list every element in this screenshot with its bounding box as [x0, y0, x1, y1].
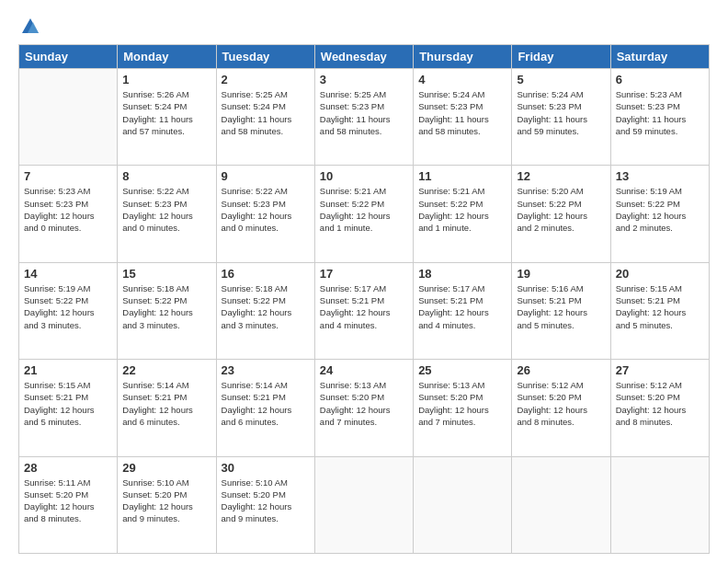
weekday-header-cell: Wednesday	[314, 45, 413, 69]
calendar-day-cell: 11 Sunrise: 5:21 AMSunset: 5:22 PMDaylig…	[414, 166, 512, 262]
day-info: Sunrise: 5:10 AMSunset: 5:20 PMDaylight:…	[122, 477, 193, 524]
calendar-day-cell	[314, 456, 413, 553]
day-number: 11	[418, 169, 506, 183]
day-info: Sunrise: 5:15 AMSunset: 5:21 PMDaylight:…	[616, 283, 687, 330]
weekday-header-cell: Thursday	[414, 45, 512, 69]
calendar-day-cell: 14 Sunrise: 5:19 AMSunset: 5:22 PMDaylig…	[19, 262, 118, 359]
day-number: 20	[616, 267, 704, 281]
day-number: 27	[616, 363, 704, 377]
calendar-day-cell: 27 Sunrise: 5:12 AMSunset: 5:20 PMDaylig…	[610, 360, 709, 456]
calendar-day-cell: 10 Sunrise: 5:21 AMSunset: 5:22 PMDaylig…	[314, 166, 413, 262]
day-info: Sunrise: 5:26 AMSunset: 5:24 PMDaylight:…	[122, 89, 193, 136]
day-info: Sunrise: 5:22 AMSunset: 5:23 PMDaylight:…	[122, 186, 193, 233]
day-number: 28	[24, 461, 112, 475]
day-info: Sunrise: 5:15 AMSunset: 5:21 PMDaylight:…	[24, 380, 95, 427]
calendar-day-cell: 25 Sunrise: 5:13 AMSunset: 5:20 PMDaylig…	[414, 360, 512, 456]
day-info: Sunrise: 5:25 AMSunset: 5:24 PMDaylight:…	[222, 89, 292, 136]
calendar-day-cell: 8 Sunrise: 5:22 AMSunset: 5:23 PMDayligh…	[118, 166, 216, 262]
calendar-body: 1 Sunrise: 5:26 AMSunset: 5:24 PMDayligh…	[19, 69, 710, 554]
calendar-day-cell: 28 Sunrise: 5:11 AMSunset: 5:20 PMDaylig…	[19, 456, 118, 553]
weekday-header-cell: Friday	[512, 45, 610, 69]
weekday-header-row: SundayMondayTuesdayWednesdayThursdayFrid…	[19, 45, 710, 69]
day-number: 17	[320, 267, 408, 281]
day-info: Sunrise: 5:25 AMSunset: 5:23 PMDaylight:…	[320, 89, 391, 136]
day-info: Sunrise: 5:20 AMSunset: 5:22 PMDaylight:…	[517, 186, 587, 233]
day-info: Sunrise: 5:12 AMSunset: 5:20 PMDaylight:…	[616, 380, 687, 427]
day-number: 22	[122, 363, 210, 377]
day-number: 30	[222, 461, 310, 475]
day-info: Sunrise: 5:17 AMSunset: 5:21 PMDaylight:…	[320, 283, 391, 330]
weekday-header-cell: Monday	[118, 45, 216, 69]
weekday-header-cell: Tuesday	[216, 45, 314, 69]
day-number: 26	[517, 363, 605, 377]
calendar-week-row: 1 Sunrise: 5:26 AMSunset: 5:24 PMDayligh…	[19, 69, 710, 166]
day-info: Sunrise: 5:21 AMSunset: 5:22 PMDaylight:…	[320, 186, 391, 233]
calendar-week-row: 28 Sunrise: 5:11 AMSunset: 5:20 PMDaylig…	[19, 456, 710, 553]
calendar-day-cell: 13 Sunrise: 5:19 AMSunset: 5:22 PMDaylig…	[610, 166, 709, 262]
calendar-day-cell	[414, 456, 512, 553]
day-info: Sunrise: 5:13 AMSunset: 5:20 PMDaylight:…	[320, 380, 391, 427]
calendar-day-cell: 24 Sunrise: 5:13 AMSunset: 5:20 PMDaylig…	[314, 360, 413, 456]
day-number: 7	[24, 169, 112, 183]
calendar-day-cell: 15 Sunrise: 5:18 AMSunset: 5:22 PMDaylig…	[118, 262, 216, 359]
page: SundayMondayTuesdayWednesdayThursdayFrid…	[0, 0, 728, 563]
day-info: Sunrise: 5:12 AMSunset: 5:20 PMDaylight:…	[517, 380, 587, 427]
calendar-day-cell: 4 Sunrise: 5:24 AMSunset: 5:23 PMDayligh…	[414, 69, 512, 166]
day-info: Sunrise: 5:11 AMSunset: 5:20 PMDaylight:…	[24, 477, 95, 524]
day-number: 15	[122, 267, 210, 281]
weekday-header-cell: Sunday	[19, 45, 118, 69]
day-number: 10	[320, 169, 408, 183]
calendar-table: SundayMondayTuesdayWednesdayThursdayFrid…	[18, 44, 710, 554]
day-info: Sunrise: 5:10 AMSunset: 5:20 PMDaylight:…	[222, 477, 292, 524]
calendar-day-cell: 23 Sunrise: 5:14 AMSunset: 5:21 PMDaylig…	[216, 360, 314, 456]
day-number: 19	[517, 267, 605, 281]
day-info: Sunrise: 5:16 AMSunset: 5:21 PMDaylight:…	[517, 283, 587, 330]
day-number: 3	[320, 73, 408, 86]
calendar-day-cell: 21 Sunrise: 5:15 AMSunset: 5:21 PMDaylig…	[19, 360, 118, 456]
calendar-day-cell: 22 Sunrise: 5:14 AMSunset: 5:21 PMDaylig…	[118, 360, 216, 456]
logo-text	[18, 17, 40, 37]
calendar-day-cell: 9 Sunrise: 5:22 AMSunset: 5:23 PMDayligh…	[216, 166, 314, 262]
day-number: 23	[222, 363, 310, 377]
day-number: 14	[24, 267, 112, 281]
day-info: Sunrise: 5:24 AMSunset: 5:23 PMDaylight:…	[418, 89, 489, 136]
day-info: Sunrise: 5:21 AMSunset: 5:22 PMDaylight:…	[418, 186, 489, 233]
calendar-week-row: 7 Sunrise: 5:23 AMSunset: 5:23 PMDayligh…	[19, 166, 710, 262]
calendar-day-cell: 18 Sunrise: 5:17 AMSunset: 5:21 PMDaylig…	[414, 262, 512, 359]
day-number: 1	[122, 73, 210, 86]
logo	[18, 17, 40, 37]
day-info: Sunrise: 5:23 AMSunset: 5:23 PMDaylight:…	[616, 89, 687, 136]
header	[18, 17, 710, 37]
day-info: Sunrise: 5:13 AMSunset: 5:20 PMDaylight:…	[418, 380, 489, 427]
calendar-day-cell: 20 Sunrise: 5:15 AMSunset: 5:21 PMDaylig…	[610, 262, 709, 359]
weekday-header-cell: Saturday	[610, 45, 709, 69]
calendar-day-cell: 17 Sunrise: 5:17 AMSunset: 5:21 PMDaylig…	[314, 262, 413, 359]
calendar-day-cell: 2 Sunrise: 5:25 AMSunset: 5:24 PMDayligh…	[216, 69, 314, 166]
calendar-week-row: 14 Sunrise: 5:19 AMSunset: 5:22 PMDaylig…	[19, 262, 710, 359]
day-number: 29	[122, 461, 210, 475]
day-info: Sunrise: 5:22 AMSunset: 5:23 PMDaylight:…	[222, 186, 292, 233]
day-number: 2	[222, 73, 310, 86]
calendar-day-cell: 29 Sunrise: 5:10 AMSunset: 5:20 PMDaylig…	[118, 456, 216, 553]
calendar-day-cell: 1 Sunrise: 5:26 AMSunset: 5:24 PMDayligh…	[118, 69, 216, 166]
day-number: 18	[418, 267, 506, 281]
day-number: 8	[122, 169, 210, 183]
day-info: Sunrise: 5:23 AMSunset: 5:23 PMDaylight:…	[24, 186, 95, 233]
day-info: Sunrise: 5:14 AMSunset: 5:21 PMDaylight:…	[222, 380, 292, 427]
day-info: Sunrise: 5:14 AMSunset: 5:21 PMDaylight:…	[122, 380, 193, 427]
day-number: 4	[418, 73, 506, 86]
calendar-day-cell: 3 Sunrise: 5:25 AMSunset: 5:23 PMDayligh…	[314, 69, 413, 166]
calendar-day-cell: 16 Sunrise: 5:18 AMSunset: 5:22 PMDaylig…	[216, 262, 314, 359]
day-number: 9	[222, 169, 310, 183]
day-info: Sunrise: 5:19 AMSunset: 5:22 PMDaylight:…	[24, 283, 95, 330]
day-info: Sunrise: 5:17 AMSunset: 5:21 PMDaylight:…	[418, 283, 489, 330]
day-info: Sunrise: 5:19 AMSunset: 5:22 PMDaylight:…	[616, 186, 687, 233]
calendar-day-cell: 5 Sunrise: 5:24 AMSunset: 5:23 PMDayligh…	[512, 69, 610, 166]
calendar-day-cell: 26 Sunrise: 5:12 AMSunset: 5:20 PMDaylig…	[512, 360, 610, 456]
calendar-day-cell	[610, 456, 709, 553]
day-number: 6	[616, 73, 704, 86]
day-number: 13	[616, 169, 704, 183]
calendar-day-cell: 30 Sunrise: 5:10 AMSunset: 5:20 PMDaylig…	[216, 456, 314, 553]
calendar-week-row: 21 Sunrise: 5:15 AMSunset: 5:21 PMDaylig…	[19, 360, 710, 456]
day-number: 25	[418, 363, 506, 377]
